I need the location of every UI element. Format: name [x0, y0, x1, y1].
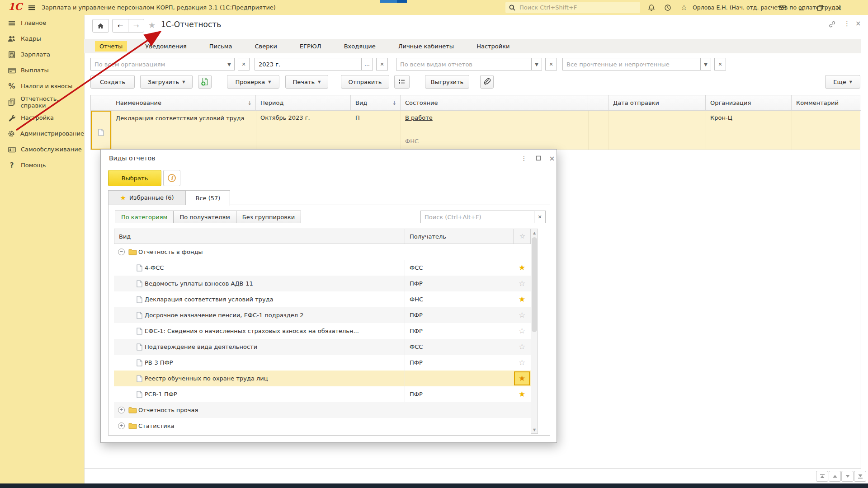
- sidebar-item-zarplata[interactable]: Зарплата: [0, 47, 84, 62]
- organization-filter-input[interactable]: [90, 58, 224, 70]
- favorite-star-icon[interactable]: ★: [519, 390, 525, 398]
- header-kind[interactable]: Вид↓: [351, 95, 401, 111]
- tab-favorites[interactable]: ★ Избранные (6): [108, 190, 186, 205]
- sidebar-item-samoobsluzhivanie[interactable]: Самообслуживание: [0, 141, 84, 157]
- favorite-star-icon[interactable]: ☆: [519, 311, 525, 319]
- list-scrollbar[interactable]: ▲ ▼: [531, 229, 538, 434]
- header-flag-column[interactable]: [588, 95, 609, 111]
- header-name[interactable]: Наименование↓: [111, 95, 256, 111]
- sidebar-item-kadry[interactable]: Кадры: [0, 31, 84, 47]
- forward-button[interactable]: →: [128, 19, 144, 33]
- report-type-row[interactable]: Досрочное назначение пенсии, ЕФС-1 подра…: [114, 307, 531, 323]
- report-period[interactable]: Октябрь 2023 г.: [260, 114, 310, 121]
- minimize-icon[interactable]: [794, 2, 809, 13]
- report-organization[interactable]: Крон-Ц: [710, 114, 732, 121]
- sidebar-item-nastroika[interactable]: Настройка: [0, 110, 84, 126]
- organization-clear-icon[interactable]: ✕: [238, 58, 250, 70]
- header-organization[interactable]: Организация: [706, 95, 792, 111]
- header-icon-column[interactable]: [91, 95, 111, 111]
- favorite-star-icon[interactable]: ★: [519, 264, 525, 272]
- tab-Настройки[interactable]: Настройки: [472, 41, 514, 52]
- expander-icon[interactable]: +: [118, 422, 125, 429]
- report-recipient[interactable]: ФНС: [405, 138, 419, 145]
- close-form-icon[interactable]: ×: [855, 19, 861, 28]
- back-button[interactable]: ←: [112, 19, 128, 33]
- list-header-kind[interactable]: Вид: [114, 229, 405, 244]
- report-kind[interactable]: П: [355, 114, 360, 121]
- report-state-link[interactable]: В работе: [405, 114, 433, 121]
- tab-Личные кабинеты[interactable]: Личные кабинеты: [394, 41, 458, 52]
- global-search-input[interactable]: [519, 4, 633, 11]
- tab-Отчеты[interactable]: Отчеты: [95, 41, 127, 52]
- header-date-sent[interactable]: Дата отправки: [609, 95, 706, 111]
- current-cell-marker[interactable]: [91, 111, 111, 150]
- report-type-row[interactable]: РСВ-1 ПФР ПФР ★: [114, 386, 531, 402]
- list-header-recipient[interactable]: Получатель: [405, 229, 514, 244]
- read-state-filter-input[interactable]: [562, 58, 701, 70]
- favorite-star-icon[interactable]: ☆: [519, 343, 525, 351]
- go-first-button[interactable]: [816, 471, 828, 482]
- tab-Уведомления[interactable]: Уведомления: [141, 41, 191, 52]
- create-button[interactable]: Создать: [90, 75, 135, 89]
- expander-icon[interactable]: +: [118, 407, 125, 413]
- dialog-search-input[interactable]: [420, 211, 534, 223]
- report-type-filter-input[interactable]: [396, 58, 532, 70]
- notifications-bell-icon[interactable]: [645, 2, 658, 13]
- organization-dropdown-icon[interactable]: ▼: [224, 58, 235, 70]
- export-button[interactable]: Выгрузить: [425, 75, 469, 89]
- report-type-row[interactable]: 4-ФСС ФСС ★: [114, 260, 531, 276]
- close-window-icon[interactable]: ×: [831, 2, 846, 13]
- sidebar-item-nalogi-i-vznosy[interactable]: % Налоги и взносы: [0, 78, 84, 94]
- sidebar-item-otchetnost-spravki[interactable]: Отчетность, справки: [0, 94, 84, 110]
- scroll-up-icon[interactable]: ▲: [531, 230, 538, 236]
- report-type-row[interactable]: Подтверждение вида деятельности ФСС ☆: [114, 339, 531, 355]
- report-type-dropdown-icon[interactable]: ▼: [531, 58, 542, 70]
- report-type-clear-icon[interactable]: ✕: [545, 58, 557, 70]
- favorite-star-icon[interactable]: ☆: [519, 280, 525, 287]
- report-type-row[interactable]: Реестр обученных по охране труда лиц ★: [114, 371, 531, 386]
- tab-ЕГРЮЛ[interactable]: ЕГРЮЛ: [295, 41, 326, 52]
- dialog-maximize-icon[interactable]: [533, 154, 544, 163]
- header-state[interactable]: Состояние: [401, 95, 588, 111]
- dialog-close-icon[interactable]: ×: [547, 154, 557, 163]
- favorite-star-icon[interactable]: ★: [514, 371, 530, 385]
- report-group-row[interactable]: + Отчетность прочая: [114, 402, 531, 418]
- period-filter-input[interactable]: [255, 58, 362, 70]
- go-next-button[interactable]: [841, 471, 854, 482]
- period-clear-icon[interactable]: ✕: [376, 58, 388, 70]
- sidebar-item-administrirovanie[interactable]: Администрирование: [0, 126, 84, 141]
- favorite-star-icon[interactable]: ☆: [519, 327, 525, 335]
- send-button[interactable]: Отправить: [341, 75, 389, 89]
- dialog-kebab-icon[interactable]: ⋮: [519, 154, 529, 163]
- group-by-category-button[interactable]: По категориям: [115, 211, 174, 223]
- restore-icon[interactable]: [812, 2, 828, 13]
- list-header-favorite-icon[interactable]: ☆: [514, 229, 531, 244]
- report-group-row[interactable]: − Отчетность в фонды: [114, 244, 531, 260]
- dialog-search-clear-icon[interactable]: ✕: [534, 211, 546, 223]
- header-comment[interactable]: Комментарий: [792, 95, 861, 111]
- send-queue-button[interactable]: [394, 75, 410, 89]
- go-last-button[interactable]: [854, 471, 866, 482]
- get-link-icon[interactable]: [828, 21, 836, 28]
- main-menu-icon[interactable]: [26, 2, 37, 13]
- header-period[interactable]: Период: [256, 95, 351, 111]
- report-type-row[interactable]: Ведомость уплаты взносов АДВ-11 ПФР ☆: [114, 276, 531, 291]
- read-state-dropdown-icon[interactable]: ▼: [700, 58, 711, 70]
- home-button[interactable]: [92, 19, 109, 33]
- sidebar-item-vyplaty[interactable]: Выплаты: [0, 62, 84, 78]
- report-row[interactable]: Декларация соответствия условий труда Ок…: [91, 111, 860, 150]
- load-button[interactable]: Загрузить▼: [140, 75, 193, 89]
- favorite-star-icon[interactable]: ★: [519, 296, 525, 303]
- read-state-clear-icon[interactable]: ✕: [714, 58, 726, 70]
- load-from-file-button[interactable]: [198, 75, 212, 89]
- report-name[interactable]: Декларация соответствия условий труда: [116, 114, 249, 122]
- report-group-row[interactable]: + Статистика: [114, 418, 531, 434]
- more-button[interactable]: Еще▼: [825, 75, 860, 89]
- history-icon[interactable]: [661, 2, 674, 13]
- no-grouping-button[interactable]: Без группировки: [236, 211, 301, 223]
- check-button[interactable]: Проверка▼: [227, 75, 279, 89]
- go-previous-button[interactable]: [829, 471, 841, 482]
- period-choose-icon[interactable]: …: [361, 58, 373, 70]
- favorite-star-icon[interactable]: ☆: [519, 359, 525, 366]
- sidebar-item-glavnoe[interactable]: Главное: [0, 15, 84, 31]
